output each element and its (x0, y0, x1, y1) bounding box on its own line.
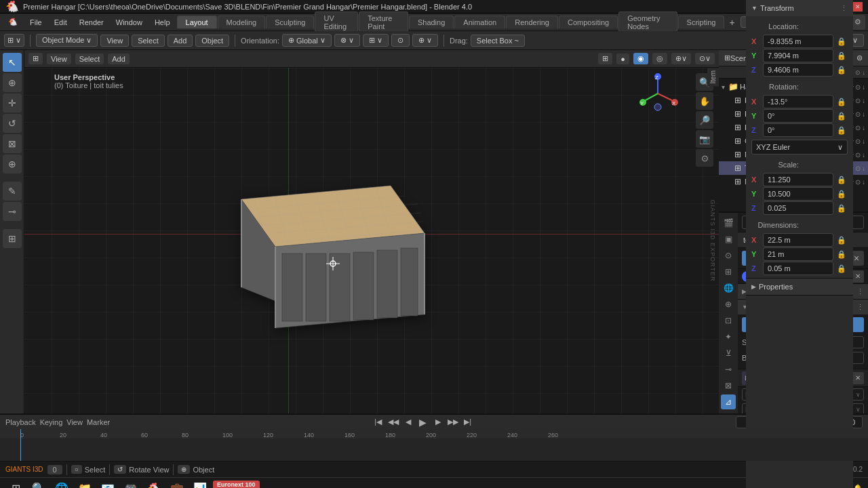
mail-icon[interactable]: 📧 (98, 478, 118, 488)
tab-animation[interactable]: Animation (454, 16, 505, 28)
scale-x-field[interactable]: 11.250 (763, 173, 833, 186)
explorer-icon[interactable]: 📁 (75, 478, 95, 488)
stock-badge[interactable]: Euronext 100 -1,16% (213, 481, 260, 488)
rot-z-lock[interactable]: 🔒 (835, 124, 848, 136)
scale-y-field[interactable]: 10.500 (763, 187, 833, 201)
render-props-icon[interactable]: 🎬 (721, 216, 736, 230)
close-btn[interactable]: ✕ (853, 2, 863, 12)
rot-y-field[interactable]: 0° (763, 109, 833, 123)
search-taskbar-icon[interactable]: 🔍 (28, 478, 49, 488)
proportional-btn[interactable]: ⊙ (391, 34, 410, 47)
vp-add-menu[interactable]: Add (108, 54, 130, 64)
hangar-select[interactable]: ↓ (862, 83, 865, 91)
keying-label[interactable]: Keying (40, 418, 63, 426)
dim-x-field[interactable]: 22.5 m (763, 233, 833, 247)
particles-props-icon[interactable]: ✦ (721, 329, 736, 344)
tab-texture-paint[interactable]: Texture Paint (359, 12, 408, 33)
scene-coll-filter-icon[interactable]: ⊜ (856, 54, 863, 62)
n-panel-tab[interactable]: Item (707, 68, 719, 86)
transform-tool[interactable]: ⊕ (3, 155, 22, 174)
playback-label[interactable]: Playback (5, 418, 36, 426)
scale-y-lock[interactable]: 🔒 (835, 188, 848, 200)
vp-select-menu[interactable]: Select (75, 54, 104, 64)
scale-z-lock[interactable]: 🔒 (835, 202, 848, 214)
viewport-3d[interactable]: User Perspective (0) Toiture | toit tuli… (24, 68, 719, 413)
menu-edit[interactable]: Edit (49, 17, 73, 28)
marker-label[interactable]: Marker (87, 418, 110, 426)
scale-tool[interactable]: ⊠ (3, 134, 22, 153)
prev-keyframe-btn[interactable]: ◀◀ (388, 417, 399, 428)
jump-end-btn[interactable]: ▶| (462, 417, 473, 428)
scale-z-field[interactable]: 0.025 (763, 201, 833, 215)
tab-modeling[interactable]: Modeling (218, 16, 266, 28)
menu-blender[interactable]: 🐔 (3, 16, 23, 28)
dim-y-field[interactable]: 21 m (763, 247, 833, 261)
notifications-icon[interactable]: 🔔 (853, 484, 863, 489)
app8-icon[interactable]: 📊 (190, 478, 210, 488)
preview-opts[interactable]: ⋮ (856, 287, 864, 296)
scene-props-icon[interactable]: ⊞ (721, 264, 736, 279)
snap-btn[interactable]: ⊞ ∨ (363, 34, 389, 47)
material-props-icon[interactable]: ⊿ (721, 394, 736, 409)
data-props-icon[interactable]: ⊠ (721, 378, 736, 393)
menu-window[interactable]: Window (111, 17, 148, 28)
vp-overlays[interactable]: ⊕∨ (671, 53, 691, 64)
view-label[interactable]: View (66, 418, 83, 426)
euler-dropdown[interactable]: XYZ Euler ∨ (751, 140, 848, 155)
view-menu[interactable]: View (100, 35, 129, 47)
tab-scripting[interactable]: Scripting (678, 16, 725, 28)
tab-uv-editing[interactable]: UV Editing (315, 12, 358, 33)
tab-shading[interactable]: Shading (409, 16, 454, 28)
physics-props-icon[interactable]: ⊻ (721, 346, 736, 361)
drag-selector[interactable]: Select Box ~ (471, 35, 525, 47)
tab-geometry-nodes[interactable]: Geometry Nodes (618, 12, 677, 33)
rot-z-field[interactable]: 0° (763, 123, 833, 137)
next-keyframe-btn[interactable]: ▶▶ (448, 417, 458, 428)
tab-rendering[interactable]: Rendering (506, 16, 558, 28)
loc-y-field[interactable]: 7.9904 m (763, 50, 833, 62)
add-cube-tool[interactable]: ⊞ (3, 229, 22, 248)
vp-shading-wire[interactable]: ⊞ (598, 53, 612, 64)
annotate-tool[interactable]: ✎ (3, 182, 22, 201)
dim-z-lock[interactable]: 🔒 (835, 262, 848, 274)
material-delete-btn[interactable]: ✕ (852, 270, 864, 283)
vp-shading-solid[interactable]: ● (616, 54, 629, 64)
world-props-icon[interactable]: 🌐 (721, 281, 736, 296)
vp-shading-material[interactable]: ◉ (633, 53, 648, 64)
tab-compositing[interactable]: Compositing (559, 16, 618, 28)
menu-help[interactable]: Help (149, 17, 176, 28)
browser-icon[interactable]: 🌐 (52, 478, 72, 488)
cursor-tool[interactable]: ⊕ (3, 73, 22, 92)
vp-gizmo[interactable]: ⊙∨ (695, 53, 715, 64)
menu-render[interactable]: Render (74, 17, 109, 28)
loc-z-field[interactable]: 9.4606 m (763, 63, 833, 77)
app7-icon[interactable]: 💼 (167, 478, 187, 488)
vp-editor-type[interactable]: ⊞ (28, 53, 43, 64)
hangar-render[interactable]: ⊙ (855, 83, 861, 91)
select-menu[interactable]: Select (132, 35, 165, 47)
menu-file[interactable]: File (24, 17, 47, 28)
timeline-cursor[interactable] (20, 429, 21, 461)
dim-y-lock[interactable]: 🔒 (835, 248, 848, 260)
view-layer-props-icon[interactable]: ⊙ (721, 248, 736, 263)
orientation-selector[interactable]: ⊕ Global ∨ (282, 34, 332, 47)
hand-vp-icon[interactable]: ✋ (696, 92, 713, 110)
zoom-vp-icon[interactable]: 🔎 (696, 111, 713, 129)
properties-header[interactable]: ▶ Properties (746, 279, 853, 295)
constraint-props-icon[interactable]: ⊸ (721, 362, 736, 377)
loc-z-lock[interactable]: 🔒 (835, 64, 848, 76)
dim-z-field[interactable]: 0.05 m (763, 262, 833, 275)
dim-x-lock[interactable]: 🔒 (835, 234, 848, 246)
step-back-btn[interactable]: ◀ (403, 417, 414, 428)
rot-y-lock[interactable]: 🔒 (835, 110, 848, 122)
play-btn[interactable]: ▶ (418, 417, 429, 428)
scale-x-lock[interactable]: 🔒 (835, 174, 848, 186)
jump-start-btn[interactable]: |◀ (373, 417, 384, 428)
mode-selector[interactable]: Object Mode ∨ (36, 34, 98, 47)
object-menu[interactable]: Object (195, 35, 229, 47)
tab-layout[interactable]: Layout (177, 16, 217, 28)
add-menu[interactable]: Add (167, 35, 193, 47)
start-btn[interactable]: ⊞ (5, 478, 26, 488)
object-props-icon[interactable]: ⊕ (721, 297, 736, 312)
move-tool[interactable]: ✛ (3, 94, 22, 113)
